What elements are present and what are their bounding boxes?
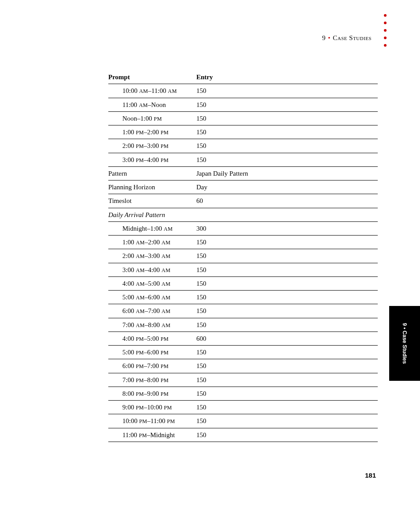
prompt-cell: 4:00 am–5:00 am (108, 276, 196, 290)
dot-icon (384, 29, 387, 32)
prompt-cell: 3:00 pm–4:00 pm (108, 153, 196, 166)
header-separator: • (327, 34, 331, 41)
dot-icon (384, 22, 387, 24)
prompt-cell: Pattern (108, 166, 196, 180)
prompt-cell: 10:00 am–11:00 am (108, 84, 196, 98)
entry-cell: 150 (196, 276, 378, 290)
page: 9 • Case Studies Prompt Entry 10:00 am–1… (0, 0, 420, 512)
table-row: 10:00 am–11:00 am150 (108, 84, 378, 98)
entry-cell: 150 (196, 346, 378, 359)
chapter-title: Case Studies (333, 34, 372, 41)
prompt-cell: 11:00 am–Noon (108, 98, 196, 111)
entry-cell: Day (196, 180, 378, 194)
table-row: Timeslot60 (108, 194, 378, 208)
table-row: Planning HorizonDay (108, 180, 378, 194)
decorative-dots (384, 14, 387, 52)
prompt-cell: 1:00 pm–2:00 pm (108, 125, 196, 139)
table-container: Prompt Entry 10:00 am–11:00 am15011:00 a… (108, 70, 378, 442)
prompt-cell: Daily Arrival Pattern (108, 208, 196, 221)
table-row: Daily Arrival Pattern (108, 208, 378, 221)
side-tab-label: 9 • Case Studies (402, 323, 408, 364)
entry-cell: 300 (196, 221, 378, 235)
entry-cell: 150 (196, 414, 378, 428)
prompt-cell: 9:00 pm–10:00 pm (108, 401, 196, 414)
prompt-cell: 2:00 pm–3:00 pm (108, 139, 196, 153)
table-header-row: Prompt Entry (108, 70, 378, 84)
table-row: 10:00 pm–11:00 pm150 (108, 414, 378, 428)
prompt-cell: 8:00 pm–9:00 pm (108, 387, 196, 400)
table-row: 2:00 am–3:00 am150 (108, 249, 378, 263)
entry-cell: 150 (196, 318, 378, 332)
table-row: 4:00 pm–5:00 pm600 (108, 332, 378, 345)
entry-cell: 150 (196, 153, 378, 166)
prompt-cell: 10:00 pm–11:00 pm (108, 414, 196, 428)
entry-cell: 150 (196, 111, 378, 125)
entry-cell: Japan Daily Pattern (196, 166, 378, 180)
entry-cell: 150 (196, 236, 378, 249)
table-row: 3:00 pm–4:00 pm150 (108, 153, 378, 166)
entry-cell: 150 (196, 387, 378, 400)
arrival-pattern-table: Prompt Entry 10:00 am–11:00 am15011:00 a… (108, 70, 378, 442)
entry-cell: 150 (196, 125, 378, 139)
page-number: 181 (365, 471, 376, 479)
table-row: PatternJapan Daily Pattern (108, 166, 378, 180)
entry-cell: 600 (196, 332, 378, 345)
table-row: 6:00 pm–7:00 pm150 (108, 359, 378, 373)
entry-cell: 150 (196, 291, 378, 304)
table-row: Midnight–1:00 am300 (108, 221, 378, 235)
entry-cell: 150 (196, 249, 378, 263)
prompt-cell: 7:00 pm–8:00 pm (108, 373, 196, 387)
col-header-entry: Entry (196, 70, 378, 84)
prompt-cell: 4:00 pm–5:00 pm (108, 332, 196, 345)
entry-cell: 150 (196, 401, 378, 414)
col-header-prompt: Prompt (108, 70, 196, 84)
prompt-cell: 6:00 pm–7:00 pm (108, 359, 196, 373)
prompt-cell: Noon–1:00 pm (108, 111, 196, 125)
entry-cell (196, 208, 378, 221)
entry-cell: 150 (196, 373, 378, 387)
entry-cell: 150 (196, 304, 378, 318)
prompt-cell: Planning Horizon (108, 180, 196, 194)
entry-cell: 150 (196, 84, 378, 98)
prompt-cell: 11:00 pm–Midnight (108, 428, 196, 442)
table-row: 11:00 am–Noon150 (108, 98, 378, 111)
prompt-cell: 2:00 am–3:00 am (108, 249, 196, 263)
table-row: 2:00 pm–3:00 pm150 (108, 139, 378, 153)
entry-cell: 150 (196, 98, 378, 111)
table-row: 3:00 am–4:00 am150 (108, 263, 378, 276)
dot-icon (384, 37, 387, 39)
table-row: Noon–1:00 pm150 (108, 111, 378, 125)
prompt-cell: 5:00 am–6:00 am (108, 291, 196, 304)
table-row: 7:00 pm–8:00 pm150 (108, 373, 378, 387)
running-header: 9 • Case Studies (322, 34, 372, 42)
table-row: 8:00 pm–9:00 pm150 (108, 387, 378, 400)
prompt-cell: 6:00 am–7:00 am (108, 304, 196, 318)
entry-cell: 150 (196, 263, 378, 276)
prompt-cell: 3:00 am–4:00 am (108, 263, 196, 276)
table-row: 6:00 am–7:00 am150 (108, 304, 378, 318)
entry-cell: 150 (196, 359, 378, 373)
table-row: 5:00 pm–6:00 pm150 (108, 346, 378, 359)
table-row: 1:00 am–2:00 am150 (108, 236, 378, 249)
prompt-cell: 5:00 pm–6:00 pm (108, 346, 196, 359)
table-row: 7:00 am–8:00 am150 (108, 318, 378, 332)
entry-cell: 150 (196, 139, 378, 153)
dot-icon (384, 44, 387, 47)
prompt-cell: Timeslot (108, 194, 196, 208)
table-row: 11:00 pm–Midnight150 (108, 428, 378, 442)
table-row: 4:00 am–5:00 am150 (108, 276, 378, 290)
side-tab: 9 • Case Studies (389, 306, 420, 381)
dot-icon (384, 14, 387, 17)
table-row: 9:00 pm–10:00 pm150 (108, 401, 378, 414)
entry-cell: 150 (196, 428, 378, 442)
chapter-number: 9 (322, 34, 326, 41)
table-row: 1:00 pm–2:00 pm150 (108, 125, 378, 139)
table-row: 5:00 am–6:00 am150 (108, 291, 378, 304)
prompt-cell: 7:00 am–8:00 am (108, 318, 196, 332)
entry-cell: 60 (196, 194, 378, 208)
prompt-cell: 1:00 am–2:00 am (108, 236, 196, 249)
prompt-cell: Midnight–1:00 am (108, 221, 196, 235)
